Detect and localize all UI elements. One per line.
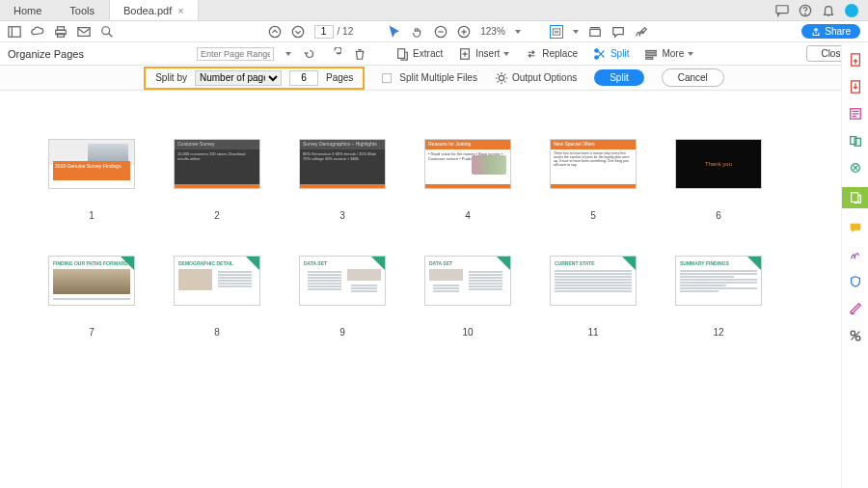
insert-button[interactable]: Insert [458, 47, 509, 61]
hand-tool-icon[interactable] [411, 25, 424, 39]
zoom-out-icon[interactable] [434, 25, 448, 39]
svg-point-9 [102, 26, 110, 34]
split-by-select[interactable]: Number of pages [195, 70, 282, 86]
help-icon[interactable] [799, 4, 812, 17]
tab-tools[interactable]: Tools [56, 0, 109, 20]
pages-label: Pages [326, 72, 353, 83]
more-button[interactable]: More [644, 47, 693, 61]
rail-compress-icon[interactable] [848, 160, 863, 176]
page-thumb[interactable]: CURRENT STATE 11 [550, 256, 637, 338]
rail-comment-icon[interactable] [848, 220, 863, 235]
panel-title: Organize Pages [8, 48, 84, 60]
svg-rect-21 [398, 48, 405, 58]
svg-rect-8 [78, 27, 90, 36]
tab-home[interactable]: Home [0, 0, 56, 20]
rail-more-tools-icon[interactable] [848, 328, 863, 343]
fit-dropdown[interactable] [573, 30, 579, 34]
svg-rect-40 [851, 193, 857, 203]
page-thumb[interactable]: Survey Demographics – Highlights80% Gene… [299, 139, 386, 221]
svg-point-30 [499, 75, 503, 80]
page-total: / 12 [338, 26, 354, 37]
page-down-icon[interactable] [291, 25, 305, 39]
annotate-icon[interactable] [611, 25, 625, 39]
rail-create-pdf-icon[interactable] [848, 52, 863, 68]
cloud-icon[interactable] [31, 25, 44, 39]
svg-point-26 [595, 55, 599, 59]
split-by-group: Split by Number of pages Pages [144, 67, 365, 90]
svg-point-2 [805, 14, 806, 14]
range-dropdown[interactable] [285, 52, 291, 56]
rail-redact-icon[interactable] [848, 301, 863, 316]
svg-point-12 [292, 26, 303, 37]
page-thumb[interactable]: Reasons for Joining• Good value for the … [424, 139, 511, 221]
page-thumb[interactable]: Customer Survey15,000 customers 250 stor… [174, 139, 260, 221]
rail-organize-icon[interactable] [842, 187, 869, 208]
page-thumb[interactable]: DATA SET 9 [299, 256, 386, 338]
output-options-button[interactable]: Output Options [495, 71, 577, 85]
svg-rect-27 [646, 50, 657, 52]
zoom-in-icon[interactable] [457, 25, 471, 39]
svg-rect-29 [646, 57, 653, 59]
avatar[interactable] [845, 4, 858, 17]
rail-export-pdf-icon[interactable] [848, 79, 863, 95]
svg-point-25 [595, 48, 599, 52]
delete-icon[interactable] [353, 47, 366, 61]
read-mode-icon[interactable] [588, 25, 602, 39]
sidebar-toggle-icon[interactable] [8, 25, 21, 39]
page-thumb[interactable]: 2019 Genuine Survey Findings 1 [48, 139, 135, 221]
svg-point-42 [851, 331, 854, 335]
sign-icon[interactable] [635, 25, 648, 39]
mail-icon[interactable] [77, 25, 91, 39]
split-count-input[interactable] [289, 70, 318, 86]
replace-button[interactable]: Replace [525, 47, 578, 61]
bell-icon[interactable] [822, 4, 835, 17]
split-multiple-button[interactable]: Split Multiple Files [382, 72, 477, 83]
page-thumb[interactable]: SUMMARY FINDINGS 12 [675, 256, 762, 338]
extract-button[interactable]: Extract [395, 47, 443, 61]
page-range-input[interactable] [197, 47, 274, 61]
rail-combine-icon[interactable] [848, 133, 863, 149]
page-grid: 2019 Genuine Survey Findings 1 Customer … [0, 91, 839, 488]
page-up-icon[interactable] [268, 25, 282, 39]
page-current-input[interactable] [314, 25, 334, 39]
cancel-button[interactable]: Cancel [662, 68, 724, 87]
page-thumb[interactable]: DATA SET 10 [424, 256, 511, 338]
search-icon[interactable] [100, 25, 114, 39]
select-tool-icon[interactable] [388, 25, 401, 39]
zoom-dropdown[interactable] [515, 30, 521, 34]
page-thumb[interactable]: DEMOGRAPHIC DETAIL 8 [174, 256, 260, 338]
share-button[interactable]: Share [801, 24, 860, 39]
right-rail [841, 42, 868, 488]
zoom-level: 123% [480, 26, 505, 37]
rail-protect-icon[interactable] [848, 274, 863, 289]
tab-file[interactable]: Bodea.pdf × [109, 0, 199, 20]
svg-rect-28 [646, 54, 657, 56]
fit-width-icon[interactable] [550, 25, 563, 39]
svg-point-43 [855, 336, 859, 339]
rail-edit-pdf-icon[interactable] [848, 106, 863, 122]
svg-point-11 [269, 26, 280, 37]
chat-icon[interactable] [775, 4, 789, 17]
svg-rect-7 [58, 33, 65, 37]
rotate-ccw-icon[interactable] [303, 47, 316, 61]
svg-line-10 [109, 33, 113, 37]
page-thumb[interactable]: Thank you 6 [675, 139, 762, 221]
svg-rect-3 [9, 26, 20, 37]
split-by-label: Split by [155, 72, 187, 83]
page-thumb[interactable]: FINDING OUR PATHS FORWARD 7 [48, 256, 135, 338]
page-thumb[interactable]: New Special OffersThere has to have been… [550, 139, 637, 221]
svg-rect-0 [776, 5, 788, 13]
svg-rect-19 [590, 29, 601, 36]
rail-fill-sign-icon[interactable] [848, 247, 863, 262]
split-button[interactable]: Split [593, 47, 629, 61]
close-tab-icon[interactable]: × [177, 5, 183, 16]
print-icon[interactable] [54, 25, 68, 39]
split-action-button[interactable]: Split [594, 69, 643, 86]
rotate-cw-icon[interactable] [328, 47, 341, 61]
